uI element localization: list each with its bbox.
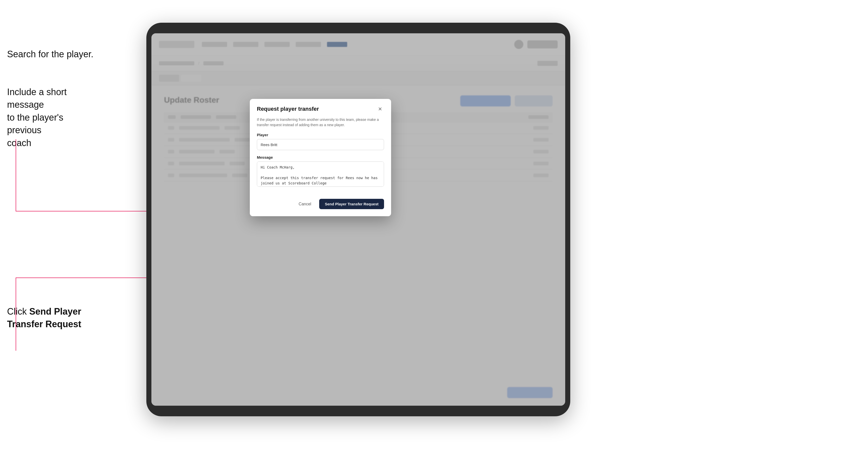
- modal-body: Player Message Hi Coach McHarg, Please a…: [250, 133, 391, 199]
- message-textarea[interactable]: Hi Coach McHarg, Please accept this tran…: [257, 161, 384, 187]
- annotation-search: Search for the player.: [7, 48, 93, 61]
- send-transfer-request-button[interactable]: Send Player Transfer Request: [319, 199, 384, 209]
- tablet-screen: / Update Roster: [151, 33, 565, 406]
- modal-footer: Cancel Send Player Transfer Request: [250, 199, 391, 216]
- player-input[interactable]: [257, 139, 384, 150]
- annotation-message: Include a short messageto the player's p…: [7, 86, 98, 149]
- message-field: Message Hi Coach McHarg, Please accept t…: [257, 155, 384, 188]
- player-label: Player: [257, 133, 384, 137]
- modal-title: Request player transfer: [257, 106, 319, 112]
- modal-close-button[interactable]: ✕: [376, 105, 384, 113]
- tablet-frame: / Update Roster: [146, 23, 570, 416]
- modal-dialog: Request player transfer ✕ If the player …: [250, 99, 391, 216]
- message-label: Message: [257, 155, 384, 159]
- cancel-button[interactable]: Cancel: [295, 199, 315, 209]
- player-field: Player: [257, 133, 384, 150]
- modal-overlay: [151, 33, 565, 406]
- annotation-click: Click Send Player Transfer Request: [7, 305, 103, 331]
- modal-header: Request player transfer ✕: [250, 99, 391, 117]
- arrow-2-vertical: [16, 278, 16, 351]
- modal-description: If the player is transferring from anoth…: [250, 117, 391, 133]
- arrow-1-vertical: [16, 139, 16, 211]
- close-icon: ✕: [378, 106, 382, 112]
